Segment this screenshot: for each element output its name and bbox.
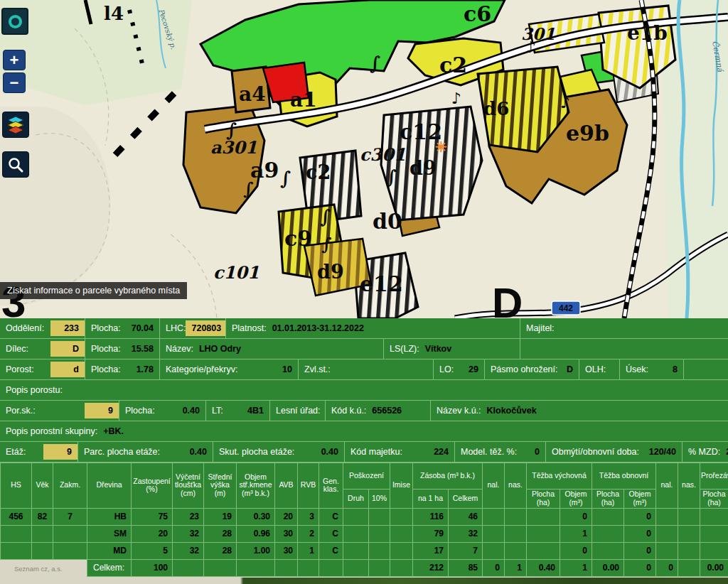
column-header: Objem stř.kmene (m³ b.k.) <box>237 463 275 509</box>
map-label: c2 <box>439 53 467 77</box>
info-field: Plocha:0.40 <box>119 401 206 421</box>
info-field: Etáž:9 <box>0 442 78 462</box>
table-cell <box>343 542 369 559</box>
table-cell: 30 <box>275 525 298 542</box>
column-header: Imise <box>390 463 413 509</box>
column-header: nal. <box>656 463 678 509</box>
field-value: 0.40 <box>294 447 344 457</box>
column-header: Dřevina <box>87 463 132 509</box>
app-screen: 442 l4c6301e1bc2a4a1d6c12e9ba301a9c2c301… <box>0 0 728 584</box>
field-value: 224 <box>402 447 454 457</box>
map-label: ♪ <box>560 93 570 112</box>
info-field: LS(LZ):Vítkov <box>384 339 520 359</box>
table-cell <box>1 559 32 576</box>
field-label: Por.sk.: <box>6 406 36 416</box>
info-field: Model. těž. %:0 <box>455 442 546 462</box>
info-row: Por.sk.:9Plocha:0.40LT:4B1Lesní úřad:Kód… <box>0 401 728 421</box>
map-label: d0 <box>373 209 402 234</box>
info-row: Popis porostní skupiny:+BK. <box>0 421 728 442</box>
table-cell: 0.96 <box>237 525 275 542</box>
field-label: Platnost: <box>232 323 267 333</box>
info-field: Plocha:1.78 <box>85 359 160 379</box>
table-cell <box>505 508 527 525</box>
table-cell: 1.00 <box>237 542 275 559</box>
table-cell <box>319 559 343 576</box>
info-row: Popis porostu: <box>0 380 728 401</box>
table-cell <box>678 508 700 525</box>
info-field: Pásmo ohrožení:D <box>485 359 579 379</box>
map-label: ∫ <box>226 119 237 141</box>
field-value: Klokočůvek <box>481 406 728 416</box>
table-cell <box>700 542 728 559</box>
info-field: Popis porostu: <box>0 380 728 400</box>
table-cell <box>298 559 319 576</box>
field-label: Kód majetku: <box>350 447 402 457</box>
table-cell: 0.30 <box>237 508 275 525</box>
field-value: 29 <box>454 364 484 374</box>
map-label: ∫ <box>386 166 397 188</box>
table-cell: 7 <box>53 508 87 525</box>
field-label: OLH: <box>585 364 606 374</box>
field-label: Popis porostní skupiny: <box>6 426 97 436</box>
field-value: 10 <box>237 364 298 374</box>
table-cell: 1 <box>560 525 592 542</box>
info-field: Majitel: <box>520 318 728 338</box>
table-cell: 1 <box>505 559 527 576</box>
table-cell: 1 <box>298 542 319 559</box>
field-label: Oddělení: <box>6 323 44 333</box>
table-cell: 0 <box>483 559 505 576</box>
forest-map[interactable]: 442 l4c6301e1bc2a4a1d6c12e9ba301a9c2c301… <box>0 0 728 318</box>
table-cell <box>527 542 560 559</box>
field-label: LS(LZ): <box>390 344 419 354</box>
table-cell: C <box>319 542 343 559</box>
info-field: Popis porostní skupiny:+BK. <box>0 421 728 441</box>
table-cell: 32 <box>449 525 483 542</box>
info-field <box>520 339 728 359</box>
map-label: ∫ <box>243 178 253 199</box>
table-cell: MD <box>87 542 132 559</box>
table-cell <box>592 525 624 542</box>
map-label: ✳ <box>435 139 447 155</box>
search-button[interactable] <box>2 151 29 178</box>
layers-button[interactable] <box>2 112 29 138</box>
table-cell <box>390 542 413 559</box>
column-header: Zakm. <box>53 463 87 509</box>
zoom-out-button[interactable]: − <box>3 72 26 93</box>
column-subheader: Objem (m³) <box>624 490 656 509</box>
info-field: OLH: <box>579 359 620 379</box>
table-cell <box>53 525 87 542</box>
table-cell <box>1 542 32 559</box>
map-label: c2 <box>306 161 331 183</box>
table-cell: 0 <box>624 525 656 542</box>
stand-table: HSVěkZakm.DřevinaZastoupení (%)Výčetní t… <box>0 463 728 577</box>
column-subheader: Objem (m³) <box>560 490 592 509</box>
column-header: AVB <box>275 463 298 509</box>
column-header: Zásoba (m³ b.k.) <box>413 463 483 490</box>
column-header: Zastoupení (%) <box>132 463 173 509</box>
info-field: Plocha:15.58 <box>85 339 160 359</box>
table-cell <box>700 508 728 525</box>
info-field: Por.sk.:9 <box>0 401 119 421</box>
table-cell: 0 <box>624 559 656 576</box>
map-label: e1b <box>627 21 668 45</box>
plus-icon: + <box>10 53 19 68</box>
table-cell <box>343 525 369 542</box>
map-label: a9 <box>250 158 279 183</box>
overview-button[interactable] <box>1 8 28 35</box>
table-row: Celkem:10021285010.4010.00000.00 <box>1 559 728 576</box>
field-value: D <box>50 341 85 357</box>
field-label: Pásmo ohrožení: <box>491 364 558 374</box>
column-header: Těžba obnovní <box>592 463 656 490</box>
search-icon <box>7 156 24 173</box>
column-header: RVB <box>298 463 319 509</box>
table-cell <box>678 559 700 576</box>
minus-icon: − <box>10 75 19 91</box>
table-cell: C <box>319 525 343 542</box>
field-label: LO: <box>439 364 454 374</box>
info-field: Oddělení:233 <box>0 318 85 338</box>
table-cell <box>53 542 87 559</box>
zoom-in-button[interactable]: + <box>3 50 26 70</box>
map-label: c101 <box>213 262 259 283</box>
table-cell <box>204 559 237 576</box>
map-tooltip: Získat informace o parcele vybraného mís… <box>0 282 187 299</box>
